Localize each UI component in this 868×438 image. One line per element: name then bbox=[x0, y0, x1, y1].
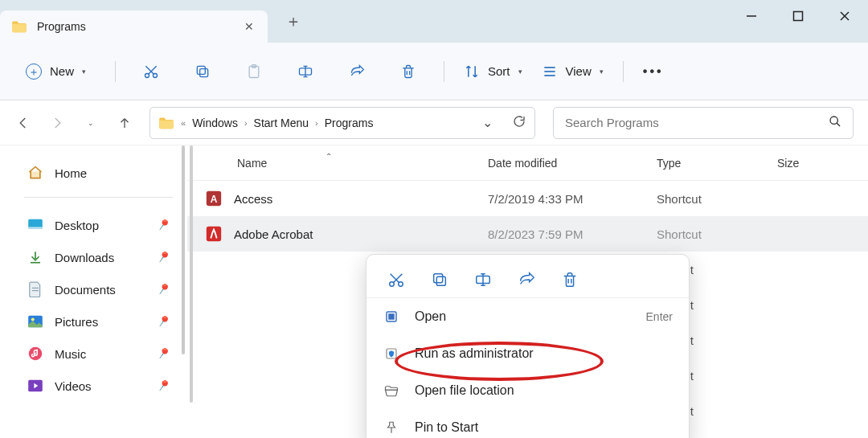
chevron-right-icon: › bbox=[315, 118, 318, 128]
file-type: Shortcut bbox=[657, 192, 777, 206]
crumb-startmenu[interactable]: Start Menu bbox=[254, 117, 309, 129]
search-box[interactable] bbox=[553, 107, 854, 139]
pin-icon[interactable]: 📍 bbox=[154, 248, 172, 267]
file-row[interactable]: A Access 7/2/2019 4:33 PM Shortcut bbox=[187, 181, 868, 216]
svg-point-17 bbox=[830, 117, 837, 124]
sidebar-item-downloads[interactable]: Downloads 📍 bbox=[0, 241, 187, 273]
recent-button[interactable]: ⌄ bbox=[77, 109, 104, 137]
col-name[interactable]: ⌃Name bbox=[205, 157, 488, 170]
menu-open-label: Open bbox=[415, 309, 446, 324]
splitter[interactable] bbox=[190, 145, 193, 403]
view-button[interactable]: View ▾ bbox=[542, 55, 604, 88]
new-tab-button[interactable]: ＋ bbox=[285, 10, 301, 32]
address-bar[interactable]: « Windows › Start Menu › Programs ⌄ bbox=[149, 107, 535, 139]
folder-open-icon bbox=[383, 382, 400, 399]
col-size[interactable]: Size bbox=[777, 157, 868, 170]
file-name: Access bbox=[234, 192, 488, 206]
sort-button[interactable]: Sort ▾ bbox=[464, 55, 522, 88]
pin-icon[interactable]: 📍 bbox=[154, 377, 172, 395]
up-button[interactable] bbox=[111, 109, 138, 137]
videos-icon bbox=[27, 379, 43, 393]
copy-button[interactable] bbox=[429, 269, 450, 290]
share-button[interactable] bbox=[341, 55, 373, 88]
open-icon bbox=[383, 308, 400, 325]
crumb-windows[interactable]: Windows bbox=[192, 117, 238, 129]
view-label: View bbox=[566, 64, 592, 78]
rename-button[interactable] bbox=[473, 269, 493, 290]
sidebar-label: Desktop bbox=[55, 219, 99, 232]
sidebar-label: Videos bbox=[55, 379, 92, 393]
cut-button[interactable] bbox=[386, 269, 407, 290]
pin-icon bbox=[383, 419, 400, 436]
paste-button[interactable] bbox=[238, 55, 270, 88]
pin-icon[interactable]: 📍 bbox=[154, 216, 172, 235]
share-button[interactable] bbox=[516, 269, 537, 290]
context-menu: Open Enter Run as administrator Open fil… bbox=[366, 254, 690, 438]
sidebar: Home Desktop 📍 Downloads 📍 Documents 📍 P… bbox=[0, 145, 187, 438]
refresh-button[interactable] bbox=[512, 114, 526, 132]
sidebar-label: Music bbox=[55, 347, 86, 361]
documents-icon bbox=[27, 282, 43, 297]
sidebar-home-label: Home bbox=[55, 166, 87, 180]
sidebar-item-documents[interactable]: Documents 📍 bbox=[0, 273, 187, 305]
menu-open-hint: Enter bbox=[646, 310, 673, 323]
menu-open-location[interactable]: Open file location bbox=[366, 372, 689, 409]
downloads-icon bbox=[27, 250, 43, 264]
sidebar-label: Documents bbox=[55, 283, 116, 297]
search-input[interactable] bbox=[565, 116, 829, 129]
menu-run-admin[interactable]: Run as administrator bbox=[366, 335, 689, 372]
col-type[interactable]: Type bbox=[657, 157, 777, 170]
pin-icon[interactable]: 📍 bbox=[154, 280, 172, 299]
chevron-down-icon: ▾ bbox=[82, 68, 86, 76]
home-icon bbox=[27, 166, 43, 180]
svg-rect-8 bbox=[200, 68, 208, 76]
music-icon bbox=[27, 346, 43, 361]
menu-open-location-label: Open file location bbox=[415, 383, 514, 398]
maximize-button[interactable] bbox=[775, 0, 821, 32]
chevron-right-icon: › bbox=[244, 118, 248, 128]
forward-button[interactable] bbox=[43, 109, 71, 137]
separator bbox=[24, 197, 173, 198]
pin-icon[interactable]: 📍 bbox=[154, 313, 172, 331]
shield-icon bbox=[383, 345, 400, 362]
close-button[interactable] bbox=[821, 0, 868, 32]
copy-button[interactable] bbox=[186, 55, 219, 88]
cut-button[interactable] bbox=[135, 55, 167, 88]
back-button[interactable] bbox=[10, 109, 37, 137]
new-button[interactable]: ＋ New ▾ bbox=[16, 56, 96, 87]
separator bbox=[623, 61, 624, 82]
chevron-down-icon: ▾ bbox=[518, 68, 522, 76]
sidebar-item-desktop[interactable]: Desktop 📍 bbox=[0, 209, 187, 241]
file-row-selected[interactable]: Adobe Acrobat 8/2/2023 7:59 PM Shortcut bbox=[187, 216, 868, 252]
pin-icon[interactable]: 📍 bbox=[154, 345, 172, 363]
rename-button[interactable] bbox=[289, 55, 321, 88]
tab-close-button[interactable]: ✕ bbox=[242, 20, 256, 33]
crumb-programs[interactable]: Programs bbox=[325, 117, 374, 129]
pictures-icon bbox=[27, 314, 43, 329]
folder-icon bbox=[11, 20, 27, 33]
context-quick-actions bbox=[366, 261, 689, 298]
new-label: New bbox=[50, 64, 74, 78]
delete-button[interactable] bbox=[559, 269, 580, 290]
acrobat-icon bbox=[205, 225, 223, 243]
file-type: Shortcut bbox=[657, 227, 777, 241]
sidebar-item-videos[interactable]: Videos 📍 bbox=[0, 370, 187, 402]
menu-open[interactable]: Open Enter bbox=[366, 298, 689, 335]
sort-icon bbox=[464, 55, 480, 88]
menu-pin-start[interactable]: Pin to Start bbox=[366, 409, 689, 438]
sort-label: Sort bbox=[488, 64, 510, 78]
addr-dropdown[interactable]: ⌄ bbox=[482, 115, 493, 130]
scrollbar[interactable] bbox=[182, 145, 185, 354]
delete-button[interactable] bbox=[392, 55, 424, 88]
folder-icon bbox=[158, 117, 174, 129]
col-date[interactable]: Date modified bbox=[488, 157, 657, 170]
sidebar-item-pictures[interactable]: Pictures 📍 bbox=[0, 305, 187, 338]
sidebar-item-music[interactable]: Music 📍 bbox=[0, 338, 187, 370]
more-button[interactable]: ••• bbox=[643, 64, 664, 79]
tab-programs[interactable]: Programs ✕ bbox=[0, 10, 268, 43]
sidebar-item-home[interactable]: Home bbox=[0, 157, 187, 189]
view-icon bbox=[542, 55, 558, 88]
svg-rect-36 bbox=[436, 276, 445, 285]
svg-rect-9 bbox=[197, 66, 205, 74]
minimize-button[interactable] bbox=[728, 0, 775, 32]
